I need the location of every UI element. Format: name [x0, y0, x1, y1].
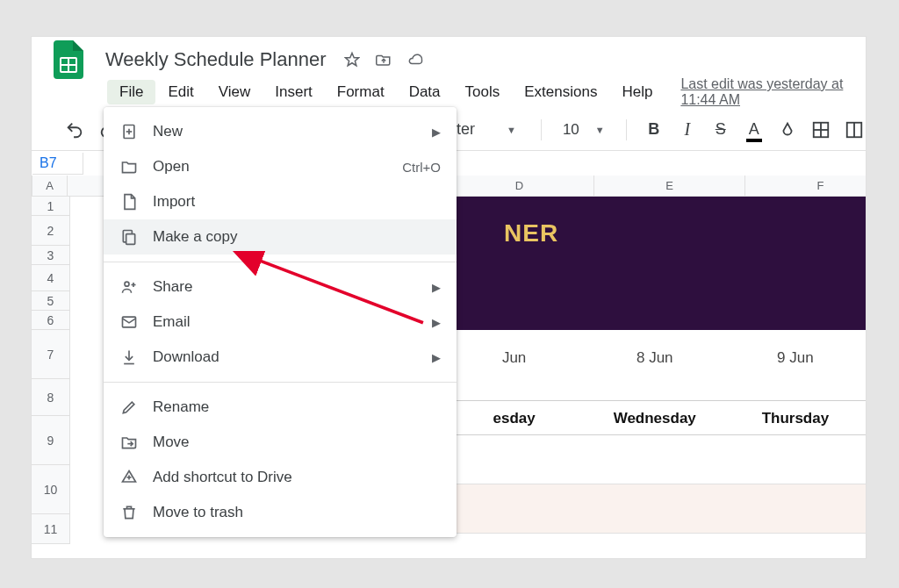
italic-button[interactable]: I: [676, 118, 699, 142]
schedule-cell[interactable]: [725, 435, 866, 484]
merge-cells-button[interactable]: [843, 118, 866, 142]
date-cell[interactable]: 9 Jun: [725, 349, 866, 391]
sheets-logo[interactable]: [51, 42, 86, 77]
row-header[interactable]: 6: [32, 311, 70, 330]
svg-marker-3: [345, 54, 358, 66]
row-header[interactable]: 9: [32, 416, 70, 465]
day-cell[interactable]: Wednesday: [585, 401, 725, 434]
last-edit-link[interactable]: Last edit was yesterday at 11:44 AM: [680, 76, 866, 108]
menu-rename[interactable]: Rename: [104, 390, 457, 425]
menubar: File Edit View Insert Format Data Tools …: [32, 75, 866, 109]
menu-extensions[interactable]: Extensions: [512, 80, 609, 104]
chevron-down-icon: ▼: [595, 125, 605, 135]
menu-item-label: New: [153, 123, 418, 140]
menu-share[interactable]: Share ▶: [104, 269, 457, 305]
chevron-right-icon: ▶: [432, 316, 441, 329]
menu-import[interactable]: Import: [104, 184, 457, 219]
schedule-cell[interactable]: [725, 484, 866, 533]
menu-item-label: Download: [153, 348, 418, 366]
menu-item-label: Make a copy: [153, 228, 441, 246]
menu-view[interactable]: View: [206, 80, 263, 104]
menu-edit[interactable]: Edit: [155, 80, 205, 104]
row-header[interactable]: 1: [32, 197, 70, 216]
col-header-A[interactable]: A: [32, 176, 68, 196]
undo-button[interactable]: [63, 118, 86, 142]
col-header-E[interactable]: E: [594, 176, 745, 196]
date-cell[interactable]: Jun: [444, 349, 585, 391]
menu-separator: [104, 262, 457, 262]
font-size-select[interactable]: 10 ▼: [557, 118, 610, 142]
menu-email[interactable]: Email ▶: [104, 305, 457, 340]
email-icon: [119, 312, 139, 332]
row-header[interactable]: 2: [32, 216, 70, 246]
menu-separator: [104, 382, 457, 383]
share-icon: [119, 277, 139, 297]
row-header[interactable]: 8: [32, 379, 70, 416]
file-menu-dropdown: New ▶ Open Ctrl+O Import Make a copy: [104, 107, 457, 537]
shortcut-text: Ctrl+O: [402, 160, 441, 175]
move-folder-icon: [119, 433, 139, 452]
menu-download[interactable]: Download ▶: [104, 340, 457, 375]
fill-color-button[interactable]: [776, 118, 799, 142]
new-document-icon: [119, 122, 139, 141]
schedule-cell[interactable]: [585, 435, 725, 484]
menu-make-copy[interactable]: Make a copy: [104, 219, 457, 255]
svg-rect-12: [126, 234, 135, 245]
menu-item-label: Email: [153, 313, 418, 331]
menu-item-label: Rename: [153, 398, 441, 416]
strikethrough-button[interactable]: S: [709, 118, 732, 142]
row-header[interactable]: 11: [32, 514, 70, 544]
star-icon[interactable]: [344, 52, 360, 68]
col-header-F[interactable]: F: [745, 176, 866, 196]
pencil-icon: [119, 398, 139, 417]
row-header[interactable]: 3: [32, 246, 70, 265]
schedule-cell[interactable]: [444, 435, 585, 484]
menu-item-label: Add shortcut to Drive: [153, 469, 441, 486]
menu-add-shortcut[interactable]: Add shortcut to Drive: [104, 460, 457, 495]
chevron-right-icon: ▶: [432, 351, 441, 364]
schedule-cell[interactable]: [444, 484, 585, 533]
copy-icon: [119, 227, 139, 247]
chevron-right-icon: ▶: [432, 281, 441, 294]
row-header[interactable]: 4: [32, 265, 70, 291]
row-header[interactable]: 7: [32, 330, 70, 379]
menu-item-label: Share: [153, 278, 418, 296]
move-folder-icon[interactable]: [376, 52, 392, 68]
menu-insert[interactable]: Insert: [263, 80, 325, 104]
menu-item-label: Move: [153, 434, 441, 451]
day-cell[interactable]: Thursday: [725, 401, 866, 434]
svg-point-13: [125, 282, 129, 286]
menu-help[interactable]: Help: [609, 80, 665, 104]
row-header[interactable]: 5: [32, 291, 70, 311]
menu-new[interactable]: New ▶: [104, 114, 457, 149]
col-header-D[interactable]: D: [445, 176, 594, 196]
download-icon: [119, 348, 139, 367]
menu-item-label: Move to trash: [153, 504, 441, 521]
menu-move-trash[interactable]: Move to trash: [104, 495, 457, 530]
select-all-corner[interactable]: [32, 176, 32, 196]
row-header[interactable]: 10: [32, 465, 70, 514]
chevron-right-icon: ▶: [432, 125, 441, 139]
menu-data[interactable]: Data: [397, 80, 453, 104]
chevron-down-icon: ▼: [507, 125, 516, 135]
cloud-status-icon[interactable]: [407, 52, 423, 68]
menu-tools[interactable]: Tools: [453, 80, 513, 104]
text-color-button[interactable]: A: [743, 118, 766, 142]
doc-title[interactable]: Weekly Schedule Planner: [100, 47, 332, 73]
name-box[interactable]: B7: [32, 153, 83, 175]
drive-shortcut-icon: [119, 468, 139, 487]
date-cell[interactable]: 8 Jun: [585, 349, 725, 391]
menu-item-label: Open: [153, 158, 388, 176]
menu-format[interactable]: Format: [325, 80, 397, 104]
trash-icon: [119, 503, 139, 522]
menu-move[interactable]: Move: [104, 425, 457, 460]
folder-icon: [119, 157, 139, 176]
font-size-value: 10: [563, 121, 579, 139]
menu-file[interactable]: File: [107, 80, 155, 104]
bold-button[interactable]: B: [643, 118, 665, 142]
day-cell[interactable]: esday: [444, 401, 585, 434]
banner-title-fragment: NER: [504, 219, 558, 247]
borders-button[interactable]: [809, 118, 832, 142]
schedule-cell[interactable]: [585, 484, 725, 533]
menu-open[interactable]: Open Ctrl+O: [104, 149, 457, 184]
